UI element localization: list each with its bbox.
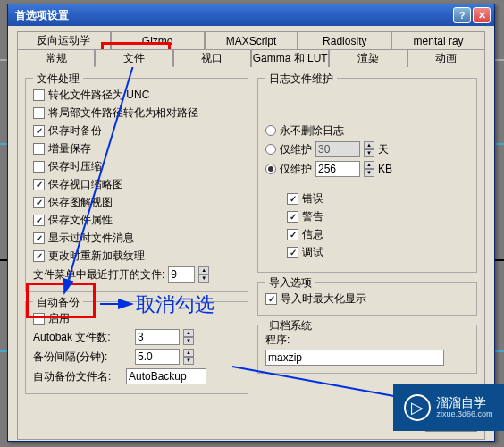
group-title-log: 日志文件维护 [265,72,337,87]
chk-obsolete[interactable] [33,232,45,244]
chk-error[interactable] [287,193,298,205]
tab-strip: 反向运动学 Gizmo MAXScript Radiosity mental r… [17,31,485,67]
chk-autobackup-enable[interactable] [33,313,45,325]
tab-mentalray[interactable]: mental ray [391,31,485,49]
group-title-auto-backup: 自动备份 [33,295,83,310]
chk-compress[interactable] [33,161,45,173]
spinner-recent[interactable]: ▲▼ [198,266,209,283]
lbl-days: 仅维护 [280,142,312,157]
chk-thumbnail[interactable] [33,179,45,190]
logo-sub: zixue.3d66.com [436,410,492,419]
lbl-autobak-name: 自动备份文件名: [33,369,122,384]
spinner-interval[interactable]: ▲▼ [183,349,194,365]
lbl-relative: 将局部文件路径转化为相对路径 [48,105,198,121]
chk-backup-save[interactable] [33,125,45,137]
lbl-kb: 仅维护 [280,162,312,177]
tab-gamma[interactable]: Gamma 和 LUT [251,49,329,67]
group-auto-backup: 自动备份 启用 Autobak 文件数: ▲▼ 备份间隔(分钟): ▲▼ 自动备… [25,301,248,394]
tab-general[interactable]: 常规 [17,49,95,67]
chk-debug[interactable] [287,247,298,258]
chk-props[interactable] [33,215,45,226]
lbl-prog: 程序: [265,333,290,348]
chk-relative[interactable] [33,107,45,119]
input-kb[interactable] [315,161,360,177]
watermark-logo: ▷ 溜溜自学 zixue.3d66.com [393,384,504,431]
help-button[interactable]: ? [453,7,471,23]
group-title-file-handling: 文件处理 [33,72,83,87]
lbl-debug: 调试 [302,245,323,260]
group-import-opts: 导入选项 导入时最大化显示 [257,282,477,316]
radio-never-delete[interactable] [265,125,276,136]
lbl-backup-save: 保存时备份 [48,123,102,139]
tab-maxscript[interactable]: MAXScript [205,31,298,49]
lbl-never-delete: 永不删除日志 [280,123,344,139]
chk-warn[interactable] [287,211,298,223]
lbl-props: 保存文件属性 [48,213,113,228]
group-log-maint: 日志文件维护 永不删除日志 仅维护 ▲▼ 天 仅维护 ▲▼ [257,78,477,273]
input-autobak-name[interactable] [126,368,206,384]
tab-viewport[interactable]: 视口 [173,49,251,67]
chk-reload-tex[interactable] [33,250,45,262]
input-autobak-files[interactable] [135,329,180,345]
lbl-obsolete: 显示过时文件消息 [48,231,134,246]
group-file-handling: 文件处理 转化文件路径为 UNC 将局部文件路径转化为相对路径 保存时备份 增量… [25,78,248,292]
lbl-autobackup-enable: 启用 [48,311,70,326]
chk-schematic[interactable] [33,197,45,208]
dialog-title: 首选项设置 [12,8,451,23]
chk-increment[interactable] [33,143,45,155]
logo-brand: 溜溜自学 [436,396,492,409]
titlebar: 首选项设置 ? ✕ [8,4,494,26]
close-button[interactable]: ✕ [473,7,491,23]
tab-gizmo[interactable]: Gizmo [111,31,205,49]
preferences-dialog: 首选项设置 ? ✕ 反向运动学 Gizmo MAXScript Radiosit… [7,4,495,442]
lbl-import-max: 导入时最大化显示 [281,291,366,307]
input-days [315,141,360,157]
input-interval[interactable] [135,349,180,365]
radio-kb[interactable] [265,164,276,174]
input-prog[interactable] [265,350,444,366]
input-recent[interactable] [168,266,195,283]
group-title-import: 导入选项 [265,275,315,291]
lbl-warn: 警告 [302,209,323,224]
lbl-recent: 文件菜单中最近打开的文件: [33,267,164,283]
group-title-archive: 归档系统 [265,318,315,333]
radio-days[interactable] [265,144,276,155]
lbl-schematic: 保存图解视图 [48,195,113,210]
spinner-kb[interactable]: ▲▼ [364,161,374,177]
tab-render[interactable]: 渲染 [329,49,407,67]
tab-anim[interactable]: 动画 [407,49,485,67]
lbl-thumbnail: 保存视口缩略图 [48,177,123,192]
spinner-autobak-files[interactable]: ▲▼ [183,329,194,345]
dialog-content: 反向运动学 Gizmo MAXScript Radiosity mental r… [8,26,494,445]
chk-info[interactable] [287,229,298,240]
chk-unc[interactable] [33,89,45,101]
lbl-kb-unit: KB [378,163,392,175]
tab-ik[interactable]: 反向运动学 [17,31,111,49]
lbl-info: 信息 [302,227,323,242]
lbl-unc: 转化文件路径为 UNC [48,88,149,103]
tab-files[interactable]: 文件 [95,49,172,67]
lbl-reload-tex: 更改时重新加载纹理 [48,249,145,264]
chk-import-max[interactable] [265,293,277,305]
lbl-error: 错误 [302,191,323,207]
lbl-increment: 增量保存 [48,141,91,156]
lbl-days-unit: 天 [378,142,389,157]
lbl-autobak-files: Autobak 文件数: [33,330,131,345]
lbl-compress: 保存时压缩 [48,159,102,174]
play-icon: ▷ [404,394,431,421]
lbl-interval: 备份间隔(分钟): [33,350,131,365]
tab-radiosity[interactable]: Radiosity [298,31,391,49]
group-archive: 归档系统 程序: [257,325,477,374]
spinner-days[interactable]: ▲▼ [364,141,374,157]
